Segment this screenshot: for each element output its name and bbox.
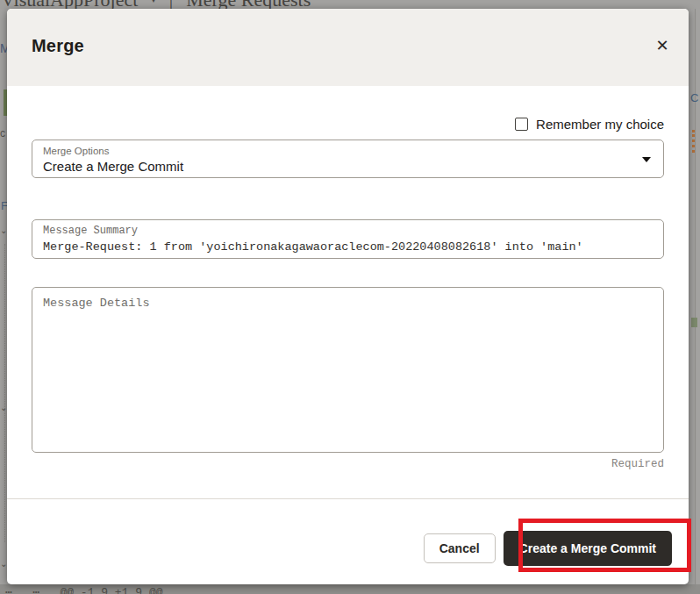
cancel-button[interactable]: Cancel [424, 533, 496, 563]
bg-fragment-commit: C [690, 92, 698, 104]
message-summary-field: Message Summary [32, 219, 664, 259]
remember-choice-checkbox[interactable] [515, 118, 528, 131]
breadcrumb-project: VisualAppProject [1, 0, 138, 9]
merge-dialog: Merge ✕ Remember my choice Merge Options… [7, 9, 689, 584]
close-icon[interactable]: ✕ [650, 33, 675, 58]
message-summary-label: Message Summary [43, 225, 653, 238]
bg-chevron-icon: ⌄ [0, 226, 7, 235]
chevron-down-icon [642, 157, 651, 162]
page-title: Merge Requests [186, 0, 311, 9]
background-diff-row: ⋯ ⋯ @@ -1,9 +1,9 @@ [0, 584, 700, 594]
bg-fragment-m: M [0, 42, 7, 54]
dialog-title: Merge [32, 36, 84, 56]
message-details-textarea[interactable] [32, 287, 664, 453]
merge-options-select[interactable]: Merge Options Create a Merge Commit [32, 140, 664, 178]
diff-hunk-header: ⋯ ⋯ @@ -1,9 +1,9 @@ [5, 585, 162, 594]
merge-options-label: Merge Options [43, 145, 653, 158]
required-hint: Required [611, 458, 664, 470]
bg-fragment-dotted-line [4, 244, 5, 542]
message-summary-input[interactable] [43, 240, 653, 254]
remember-choice-label: Remember my choice [536, 117, 664, 132]
bg-fragment-f: F [1, 200, 7, 211]
dialog-footer: Cancel Create a Merge Commit [424, 531, 672, 566]
breadcrumb: VisualAppProject ▾ | Merge Requests [1, 0, 311, 9]
breadcrumb-separator: | [169, 0, 173, 9]
remember-choice-row: Remember my choice [515, 116, 664, 132]
bg-chevron-icon: ⌄ [0, 404, 7, 412]
background-page-header: VisualAppProject ▾ | Merge Requests [0, 0, 700, 9]
dialog-header: Merge ✕ [7, 9, 689, 86]
background-right-strip: C [689, 9, 700, 584]
bg-chevron-icon: ⌄ [0, 560, 7, 569]
bg-fragment-green [691, 318, 697, 327]
bg-fragment-c: c [0, 128, 5, 139]
footer-divider [7, 498, 689, 499]
bg-fragment-orange-dots [692, 130, 695, 153]
create-merge-commit-button[interactable]: Create a Merge Commit [504, 531, 672, 566]
chevron-down-icon: ▾ [151, 0, 156, 5]
merge-options-value: Create a Merge Commit [43, 159, 183, 174]
background-left-strip: M c F ⌄ ⌄ ⌄ [0, 9, 7, 584]
